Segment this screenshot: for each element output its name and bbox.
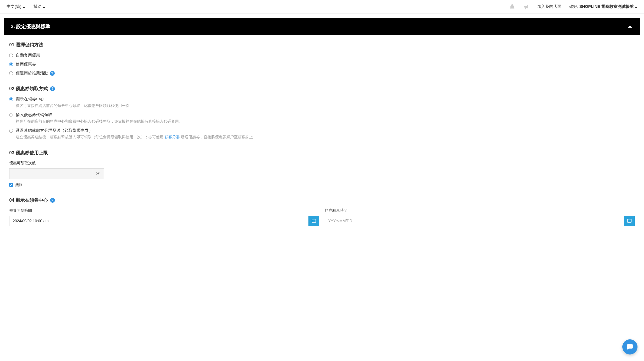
section-title: 3. 設定優惠與標準 — [11, 23, 50, 30]
end-date-col: 領券結束時間 — [325, 208, 635, 226]
radio-referral-text: 僅適用於推薦活動 — [16, 71, 48, 76]
radio-claim-center-input[interactable] — [9, 97, 13, 101]
start-date-group — [9, 216, 319, 226]
unlimited-checkbox-input[interactable] — [9, 183, 13, 187]
radio-referral-only-input[interactable] — [9, 71, 13, 75]
enter-store-label: 進入我的店面 — [537, 4, 561, 9]
page-content: 3. 設定優惠與標準 01 選擇促銷方法 自動套用優惠 使用優惠券 僅適用於推薦… — [0, 14, 644, 237]
radio-claim-center-wrapper: 顯示在領券中心 顧客可直接在網店前台的領券中心領取，此優惠券限領取和使用一次 — [9, 97, 635, 109]
radio-claim-link-input[interactable] — [9, 129, 13, 133]
announcement-megaphone-icon[interactable] — [523, 4, 529, 10]
radio-referral-only[interactable]: 僅適用於推薦活動 ? — [9, 71, 635, 76]
section-body: 01 選擇促銷方法 自動套用優惠 使用優惠券 僅適用於推薦活動 ? — [4, 35, 640, 232]
radio-claim-code-label: 輸入優惠券代碼領取 — [16, 112, 52, 117]
top-navbar: 中文(繁) 幫助 進入我的店面 你好, SHOPLINE 電商教室測試帳號 — [0, 0, 644, 14]
topbar-right: 進入我的店面 你好, SHOPLINE 電商教室測試帳號 — [509, 4, 638, 10]
chevron-down-icon — [43, 5, 45, 8]
radio-claim-center[interactable]: 顯示在領券中心 — [9, 97, 635, 102]
radio-use-coupon-label: 使用優惠券 — [16, 62, 36, 67]
subsection-title-02-text: 02 優惠券領取方式 — [9, 86, 48, 92]
chevron-down-icon — [635, 5, 638, 8]
notifications-bell-icon[interactable] — [509, 4, 515, 10]
start-date-col: 領券開始時間 — [9, 208, 319, 226]
subsection-title-04: 04 顯示在領券中心 ? — [9, 197, 635, 203]
radio-claim-code-desc: 顧客可在網店前台的領券中心和會員中心輸入代碼後領取，亦支援顧客在結帳時直接輸入代… — [16, 119, 635, 124]
subsection-coupon-claim: 02 優惠券領取方式 ? 顯示在領券中心 顧客可直接在網店前台的領券中心領取，此… — [9, 86, 635, 140]
radio-claim-center-label: 顯示在領券中心 — [16, 97, 44, 102]
help-icon[interactable]: ? — [50, 71, 55, 76]
end-date-label: 領券結束時間 — [325, 208, 635, 213]
enter-store-link[interactable]: 進入我的店面 — [537, 4, 561, 9]
subsection-display-center: 04 顯示在領券中心 ? 領券開始時間 — [9, 197, 635, 226]
language-label: 中文(繁) — [6, 4, 21, 9]
limit-suffix: 次 — [92, 168, 104, 179]
section-header[interactable]: 3. 設定優惠與標準 — [4, 18, 640, 35]
end-date-group — [325, 216, 635, 226]
radio-claim-link-desc-post: 發送優惠券，直接將優惠券歸戶至顧客身上 — [180, 135, 253, 139]
radio-claim-link-desc: 建立優惠券連結後，顧客點擊後登入即可領取（每位會員限領取與使用一次）；亦可使用 … — [16, 134, 635, 140]
radio-claim-code[interactable]: 輸入優惠券代碼領取 — [9, 112, 635, 117]
radio-claim-link-label: 透過連結或顧客分群發送（領取型優惠券） — [16, 128, 93, 133]
end-date-input[interactable] — [325, 216, 624, 226]
limit-input[interactable] — [9, 168, 92, 179]
subsection-usage-limit: 03 優惠券使用上限 優惠可領取次數 次 無限 — [9, 150, 635, 187]
calendar-icon — [627, 218, 632, 224]
chevron-down-icon — [22, 5, 25, 8]
unlimited-label: 無限 — [15, 182, 23, 187]
account-dropdown[interactable]: 你好, SHOPLINE 電商教室測試帳號 — [569, 4, 638, 9]
help-icon[interactable]: ? — [50, 86, 55, 91]
language-dropdown[interactable]: 中文(繁) — [6, 4, 25, 9]
subsection-title-01: 01 選擇促銷方法 — [9, 42, 635, 48]
subsection-title-04-text: 04 顯示在領券中心 — [9, 197, 48, 203]
customer-segment-link[interactable]: 顧客分群 — [165, 135, 180, 139]
account-name: SHOPLINE 電商教室測試帳號 — [579, 4, 634, 9]
end-date-calendar-button[interactable] — [624, 216, 635, 226]
radio-claim-code-wrapper: 輸入優惠券代碼領取 顧客可在網店前台的領券中心和會員中心輸入代碼後領取，亦支援顧… — [9, 112, 635, 124]
subsection-title-03: 03 優惠券使用上限 — [9, 150, 635, 156]
radio-use-coupon[interactable]: 使用優惠券 — [9, 62, 635, 67]
radio-use-coupon-input[interactable] — [9, 63, 13, 66]
radio-claim-link[interactable]: 透過連結或顧客分群發送（領取型優惠券） — [9, 128, 635, 133]
radio-claim-link-wrapper: 透過連結或顧客分群發送（領取型優惠券） 建立優惠券連結後，顧客點擊後登入即可領取… — [9, 128, 635, 140]
help-label: 幫助 — [33, 4, 41, 9]
start-date-input[interactable] — [9, 216, 308, 226]
radio-auto-apply-input[interactable] — [9, 54, 13, 57]
topbar-left: 中文(繁) 幫助 — [6, 4, 45, 9]
radio-claim-code-input[interactable] — [9, 113, 13, 117]
start-date-label: 領券開始時間 — [9, 208, 319, 213]
radio-referral-only-label: 僅適用於推薦活動 ? — [16, 71, 55, 76]
help-icon[interactable]: ? — [50, 198, 55, 203]
svg-rect-4 — [627, 219, 631, 222]
date-row: 領券開始時間 領券結束時間 — [9, 208, 635, 226]
chevron-up-icon — [627, 23, 633, 30]
radio-auto-apply-label: 自動套用優惠 — [16, 53, 40, 58]
unlimited-checkbox[interactable]: 無限 — [9, 182, 635, 187]
svg-rect-0 — [312, 219, 316, 222]
radio-claim-link-desc-pre: 建立優惠券連結後，顧客點擊後登入即可領取（每位會員限領取與使用一次）；亦可使用 — [16, 135, 165, 139]
start-date-calendar-button[interactable] — [308, 216, 319, 226]
help-dropdown[interactable]: 幫助 — [33, 4, 45, 9]
calendar-icon — [312, 218, 316, 224]
limit-field-label: 優惠可領取次數 — [9, 161, 635, 166]
radio-claim-center-desc: 顧客可直接在網店前台的領券中心領取，此優惠券限領取和使用一次 — [16, 103, 635, 109]
subsection-title-02: 02 優惠券領取方式 ? — [9, 86, 635, 92]
subsection-promotion-method: 01 選擇促銷方法 自動套用優惠 使用優惠券 僅適用於推薦活動 ? — [9, 42, 635, 76]
radio-auto-apply[interactable]: 自動套用優惠 — [9, 53, 635, 58]
greeting-prefix: 你好, — [569, 4, 578, 9]
limit-input-group: 次 — [9, 168, 104, 179]
